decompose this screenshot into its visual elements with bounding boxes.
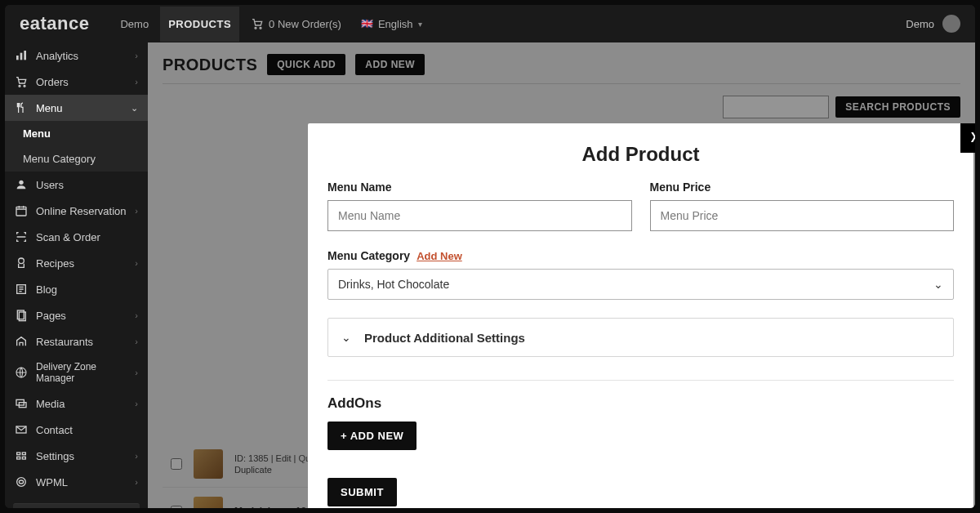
sidebar-item-blog[interactable]: Blog <box>5 276 148 302</box>
add-product-modal: X Add Product Menu Name Menu Price <box>308 123 973 508</box>
sidebar-item-delivery-zone[interactable]: Delivery Zone Manager › <box>5 355 148 390</box>
cart-icon <box>251 17 264 30</box>
additional-settings-accordion[interactable]: ⌄ Product Additional Settings <box>327 318 954 357</box>
chevron-right-icon: › <box>135 51 138 60</box>
cart-icon <box>15 75 28 88</box>
sidebar-item-label: Menu <box>36 102 122 114</box>
blog-icon <box>15 283 28 296</box>
chevron-right-icon: › <box>135 368 138 377</box>
svg-rect-8 <box>16 207 26 216</box>
globe-icon <box>15 366 28 379</box>
dropdown-icon: ▾ <box>418 20 422 29</box>
svg-rect-2 <box>16 56 19 60</box>
chevron-right-icon: › <box>135 399 138 408</box>
sidebar-item-menu[interactable]: Menu ⌄ <box>5 95 148 121</box>
svg-rect-17 <box>17 453 20 455</box>
chevron-right-icon: › <box>135 477 138 487</box>
menu-category-select[interactable]: Drinks, Hot Chocolate ⌄ <box>327 269 954 300</box>
top-orders-text: 0 New Order(s) <box>269 18 341 30</box>
sidebar-item-orders[interactable]: Orders › <box>5 69 148 95</box>
sidebar-item-label: Users <box>36 179 138 191</box>
top-link-products[interactable]: PRODUCTS <box>160 7 239 42</box>
menu-name-label: Menu Name <box>327 181 632 194</box>
sidebar-item-media[interactable]: Media › <box>5 390 148 417</box>
addon-add-new-button[interactable]: + ADD NEW <box>327 422 416 450</box>
sidebar-item-recipes[interactable]: Recipes › <box>5 250 148 276</box>
sidebar-item-online-reservation[interactable]: Online Reservation › <box>5 198 148 224</box>
svg-rect-20 <box>22 457 25 459</box>
svg-point-5 <box>19 85 20 87</box>
sidebar-item-analytics[interactable]: Analytics › <box>5 42 148 69</box>
svg-point-21 <box>17 478 26 487</box>
top-link-orders[interactable]: 0 New Order(s) <box>243 6 350 42</box>
svg-point-6 <box>24 85 25 87</box>
chevron-right-icon: › <box>135 206 138 216</box>
sidebar-item-label: Media <box>36 398 127 410</box>
menu-icon <box>15 101 28 114</box>
settings-icon <box>15 449 28 462</box>
sidebar: Analytics › Orders › Menu ⌄ Menu Menu Ca… <box>5 42 148 508</box>
sidebar-item-settings[interactable]: Settings › <box>5 443 148 469</box>
flag-icon: 🇬🇧 <box>361 18 373 29</box>
chevron-down-icon: ⌄ <box>933 278 943 291</box>
sidebar-item-label: Settings <box>36 450 127 462</box>
scan-icon <box>15 230 28 243</box>
sidebar-item-label: Blog <box>36 283 138 296</box>
svg-rect-18 <box>22 453 25 455</box>
chevron-right-icon: › <box>135 310 138 320</box>
sidebar-item-label: Analytics <box>36 50 127 62</box>
sidebar-item-restaurants[interactable]: Restaurants › <box>5 328 148 355</box>
media-icon <box>15 397 28 410</box>
collapse-menu[interactable]: COLLAPSE MENU <box>13 503 140 508</box>
chevron-down-icon: ⌄ <box>341 331 351 344</box>
menu-category-label: Menu Category <box>327 249 410 262</box>
chevron-down-icon: ⌄ <box>131 103 138 114</box>
sidebar-item-contact[interactable]: Contact <box>5 417 148 443</box>
modal-close-button[interactable]: X <box>960 123 975 153</box>
menu-name-input[interactable] <box>327 200 632 231</box>
divider <box>327 380 954 381</box>
sidebar-sub-menu-category[interactable]: Menu Category <box>5 146 148 172</box>
sidebar-item-label: Restaurants <box>36 336 127 348</box>
svg-point-7 <box>19 181 23 185</box>
chevron-right-icon: › <box>135 337 138 346</box>
svg-rect-3 <box>20 53 23 60</box>
svg-point-0 <box>255 27 256 29</box>
submit-button[interactable]: SUBMIT <box>327 478 397 506</box>
sidebar-item-pages[interactable]: Pages › <box>5 302 148 328</box>
chevron-right-icon: › <box>135 451 138 461</box>
svg-rect-19 <box>17 457 20 459</box>
sidebar-item-label: Recipes <box>36 257 127 270</box>
users-icon <box>15 178 28 191</box>
avatar[interactable] <box>942 15 960 33</box>
top-link-lang[interactable]: 🇬🇧 English ▾ <box>353 7 430 42</box>
top-lang-text: English <box>378 18 413 30</box>
top-user[interactable]: Demo <box>906 18 934 30</box>
svg-rect-4 <box>24 51 26 60</box>
main-content: PRODUCTS QUICK ADD ADD NEW SEARCH PRODUC… <box>148 42 975 508</box>
top-link-demo[interactable]: Demo <box>112 7 157 42</box>
menu-price-label: Menu Price <box>650 181 955 194</box>
sidebar-item-label: Contact <box>36 424 138 436</box>
accordion-title: Product Additional Settings <box>364 331 525 345</box>
sidebar-item-users[interactable]: Users <box>5 172 148 198</box>
sidebar-sub-menu[interactable]: Menu <box>5 121 148 146</box>
recipes-icon <box>15 256 28 270</box>
sidebar-item-wpml[interactable]: WPML › <box>5 469 148 495</box>
modal-title: Add Product <box>308 123 973 181</box>
add-new-category-link[interactable]: Add New <box>416 250 462 262</box>
sidebar-item-label: Delivery Zone Manager <box>36 361 127 384</box>
mail-icon <box>15 423 28 436</box>
restaurants-icon <box>15 335 28 348</box>
sidebar-item-label: Pages <box>36 310 127 322</box>
topbar: eatance Demo PRODUCTS 0 New Order(s) 🇬🇧 … <box>5 5 975 42</box>
wpml-icon <box>15 475 28 488</box>
menu-price-input[interactable] <box>650 200 955 231</box>
sidebar-item-scan-order[interactable]: Scan & Order <box>5 224 148 250</box>
pages-icon <box>15 309 28 322</box>
brand-logo: eatance <box>20 13 89 34</box>
chevron-right-icon: › <box>135 258 138 268</box>
sidebar-item-label: WPML <box>36 476 127 488</box>
sidebar-item-label: Online Reservation <box>36 205 127 217</box>
addons-heading: AddOns <box>327 395 954 412</box>
